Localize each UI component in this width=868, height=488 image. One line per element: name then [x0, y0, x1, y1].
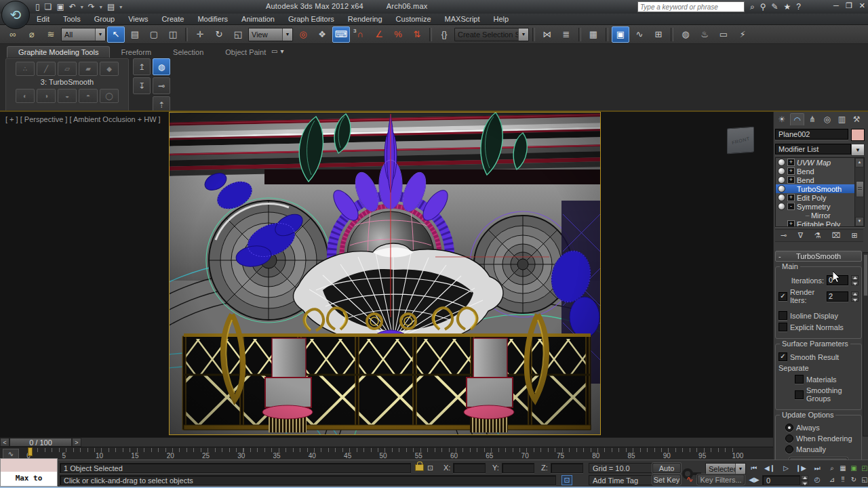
go-to-end-icon[interactable]: ⏭ [811, 463, 823, 474]
modifier-stack-row[interactable]: + Editable Poly [776, 220, 854, 227]
menu-item[interactable]: Group [87, 14, 122, 25]
absolute-mode-icon[interactable]: ⊡ [427, 463, 433, 473]
render-iters-checkbox[interactable] [778, 292, 787, 301]
zoom-icon[interactable]: ⌕ [827, 463, 837, 474]
tab-create-icon[interactable]: ☀ [775, 113, 789, 125]
pin-stack-icon[interactable]: ⊸ [153, 77, 170, 94]
modifier-list-arrow-icon[interactable]: ▼ [851, 144, 865, 156]
window-crossing-icon[interactable]: ◫ [164, 26, 182, 43]
constraints-icon[interactable]: ◯ [100, 89, 119, 103]
next-frame-icon[interactable]: ❙▶ [795, 463, 807, 474]
iterations-spinner[interactable] [851, 275, 859, 285]
viewcube[interactable]: FRONT [727, 127, 754, 155]
ribbon-minimize-caret-icon[interactable]: ▾ [280, 47, 283, 55]
scroll-down-icon[interactable]: ▼ [855, 217, 864, 226]
named-selection-sets-dropdown[interactable]: Create Selection Se ▼ [454, 28, 529, 41]
current-frame-marker[interactable] [28, 447, 33, 456]
make-unique-icon[interactable]: ⚗ [814, 231, 821, 240]
menu-item[interactable]: Graph Editors [281, 14, 341, 25]
expand-toggle-icon[interactable]: + [787, 194, 795, 201]
close-icon[interactable]: ✕ [859, 1, 865, 10]
set-key-button[interactable]: Set Key [652, 474, 681, 485]
dropdown-arrow-icon[interactable]: ▼ [518, 28, 528, 41]
select-and-move-icon[interactable]: ✛ [191, 26, 209, 43]
object-color-swatch[interactable] [851, 129, 865, 141]
expand-toggle-icon[interactable]: - [787, 203, 795, 210]
scroll-up-icon[interactable]: ▲ [855, 158, 864, 167]
zoom-extents-icon[interactable]: ▣ [849, 463, 859, 474]
field-of-view-icon[interactable]: ⊿ [827, 474, 837, 485]
undo-dropdown-icon[interactable]: ▾ [81, 4, 83, 10]
new-file-icon[interactable]: ▯ [35, 2, 40, 12]
communication-center-icon[interactable]: ⚲ [760, 2, 766, 12]
save-file-icon[interactable]: ▣ [56, 2, 64, 12]
orbit-icon[interactable]: ↻ [849, 474, 859, 485]
expand-toggle-icon[interactable]: + [787, 167, 795, 175]
materials-checkbox[interactable] [795, 375, 804, 384]
edit-named-selections-icon[interactable]: {} [435, 26, 453, 43]
expand-toggle-icon[interactable]: + [787, 176, 795, 184]
polygon-subobject-icon[interactable]: ▰ [79, 62, 98, 76]
mirror-icon[interactable]: ⋈ [538, 26, 556, 43]
modifier-stack-row[interactable]: - Symmetry [776, 202, 854, 211]
y-coordinate-field[interactable] [502, 463, 534, 473]
menu-item[interactable]: Animation [235, 14, 281, 25]
redo-dropdown-icon[interactable]: ▾ [100, 4, 102, 10]
menu-item[interactable]: Help [487, 14, 516, 25]
dropdown-arrow-icon[interactable]: ▼ [282, 28, 292, 41]
scroll-thumb[interactable] [856, 181, 864, 197]
menu-item[interactable]: Create [155, 14, 191, 25]
auto-key-button[interactable]: Auto Key [652, 463, 681, 473]
modifier-list-dropdown[interactable]: Modifier List [775, 144, 851, 155]
pin-stack-icon[interactable]: ⊸ [781, 231, 787, 240]
percent-snap-icon[interactable]: % [389, 26, 407, 43]
rectangular-selection-icon[interactable]: ▢ [145, 26, 163, 43]
curve-editor-icon[interactable]: ∿ [631, 26, 648, 43]
configure-modifier-sets-icon[interactable]: ⊞ [852, 231, 858, 240]
dropdown-arrow-icon[interactable]: ▼ [735, 464, 745, 474]
ribbon-minimize-icon[interactable]: ▭ [271, 47, 277, 55]
open-file-icon[interactable]: ❏ [45, 2, 52, 12]
redo-icon[interactable]: ↷ [88, 2, 95, 12]
track-bar[interactable]: ∿ 05101520253035404550556065707580859095… [0, 447, 773, 460]
update-option-radio[interactable]: When Rendering [785, 434, 859, 443]
ribbon-tab[interactable]: Object Paint [214, 47, 277, 58]
time-configuration-icon[interactable]: ◴ [811, 474, 823, 485]
visibility-bulb-icon[interactable] [778, 167, 785, 175]
key-mode-toggle-icon[interactable]: ◀▶ [748, 474, 760, 485]
dropdown-arrow-icon[interactable]: ▼ [95, 28, 105, 41]
isoline-display-checkbox[interactable] [778, 311, 787, 320]
modifier-stack-row[interactable]: + Bend [776, 176, 854, 184]
panel-scroll-thumb[interactable] [863, 254, 868, 296]
smooth-result-checkbox[interactable] [778, 352, 787, 361]
tab-modify-icon[interactable]: ◠ [790, 113, 805, 125]
visibility-bulb-icon[interactable] [778, 176, 785, 184]
key-filters-button[interactable]: Key Filters... [697, 474, 745, 485]
radio-icon[interactable] [785, 434, 793, 443]
modifier-stack-row[interactable]: + Edit Poly [776, 193, 854, 202]
select-and-scale-icon[interactable]: ◱ [229, 26, 247, 43]
angle-snap-icon[interactable]: ∠ [370, 26, 388, 43]
tweak-icon[interactable]: ◓ [79, 89, 98, 103]
ribbon-tab[interactable]: Graphite Modeling Tools [7, 46, 110, 58]
search-icon[interactable]: ⌕ [750, 2, 755, 12]
modifier-stack-row[interactable]: TurboSmooth [776, 184, 854, 193]
show-end-result-icon[interactable]: ◍ [153, 58, 170, 75]
modifier-stack-row[interactable]: + Bend [776, 167, 854, 176]
show-end-result-icon[interactable]: ∇ [798, 231, 803, 240]
next-modifier-icon[interactable]: ↧ [133, 77, 151, 94]
graphite-ribbon-toggle-icon[interactable]: ▣ [612, 26, 629, 43]
vertex-subobject-icon[interactable]: ∴ [16, 62, 35, 76]
viewport-canvas[interactable] [169, 112, 601, 435]
visibility-bulb-icon[interactable] [778, 159, 785, 166]
unlink-selection-icon[interactable]: ⌀ [23, 26, 41, 43]
menu-item[interactable]: Modifiers [191, 14, 235, 25]
stack-scrollbar[interactable]: ▲ ▼ [854, 158, 864, 226]
radio-icon[interactable] [785, 424, 793, 432]
minimize-icon[interactable]: ─ [833, 1, 839, 10]
keyboard-override-icon[interactable]: ⌨ [332, 26, 350, 43]
bind-to-spacewarp-icon[interactable]: ≋ [42, 26, 60, 43]
quick-render-icon[interactable]: ⚡ [734, 26, 751, 43]
render-iters-spinner[interactable] [851, 291, 859, 302]
undo-icon[interactable]: ↶ [69, 2, 76, 12]
